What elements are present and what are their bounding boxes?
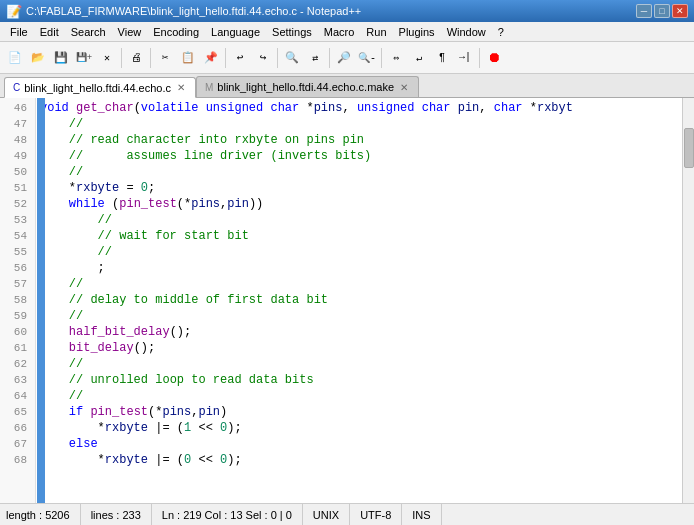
toolbar-save[interactable]: 💾 [50, 47, 72, 69]
line-number: 58 [4, 292, 31, 308]
code-line: // [40, 116, 678, 132]
line-number: 55 [4, 244, 31, 260]
menu-settings[interactable]: Settings [266, 24, 318, 40]
line-number: 47 [4, 116, 31, 132]
code-line: // delay to middle of first data bit [40, 292, 678, 308]
tab-close-0[interactable]: ✕ [175, 82, 187, 94]
code-line: // [40, 356, 678, 372]
menu-encoding[interactable]: Encoding [147, 24, 205, 40]
toolbar-open[interactable]: 📂 [27, 47, 49, 69]
status-position: Ln : 219 Col : 13 Sel : 0 | 0 [152, 504, 303, 525]
tab-label-1: blink_light_hello.ftdi.44.echo.c.make [217, 81, 394, 93]
code-line: else [40, 436, 678, 452]
line-number: 57 [4, 276, 31, 292]
toolbar-redo[interactable]: ↪ [252, 47, 274, 69]
menu-view[interactable]: View [112, 24, 148, 40]
line-number: 63 [4, 372, 31, 388]
menu-language[interactable]: Language [205, 24, 266, 40]
menu-plugins[interactable]: Plugins [393, 24, 441, 40]
toolbar-zoom-in[interactable]: 🔎 [333, 47, 355, 69]
menu-run[interactable]: Run [360, 24, 392, 40]
code-line: if pin_test(*pins,pin) [40, 404, 678, 420]
vertical-scrollbar[interactable] [682, 98, 694, 503]
window-title: C:\FABLAB_FIRMWARE\blink_light_hello.ftd… [26, 5, 361, 17]
code-container: 4647484950515253545556575859606162636465… [0, 98, 694, 503]
left-indicator [37, 98, 45, 503]
toolbar-print[interactable]: 🖨 [125, 47, 147, 69]
toolbar-sep-5 [329, 48, 330, 68]
code-line: // [40, 164, 678, 180]
line-number: 68 [4, 452, 31, 468]
status-lines: lines : 233 [81, 504, 152, 525]
code-line: // [40, 388, 678, 404]
close-button[interactable]: ✕ [672, 4, 688, 18]
code-line: *rxbyte |= (1 << 0); [40, 420, 678, 436]
title-bar-controls[interactable]: ─ □ ✕ [636, 4, 688, 18]
menu-window[interactable]: Window [441, 24, 492, 40]
line-number: 50 [4, 164, 31, 180]
minimize-button[interactable]: ─ [636, 4, 652, 18]
toolbar-all-chars[interactable]: ¶ [431, 47, 453, 69]
line-number: 59 [4, 308, 31, 324]
toolbar-undo[interactable]: ↩ [229, 47, 251, 69]
line-number: 48 [4, 132, 31, 148]
title-bar-left: 📝 C:\FABLAB_FIRMWARE\blink_light_hello.f… [6, 4, 361, 19]
code-line: // [40, 276, 678, 292]
code-line: while (pin_test(*pins,pin)) [40, 196, 678, 212]
toolbar-zoom-out[interactable]: 🔍- [356, 47, 378, 69]
toolbar-cut[interactable]: ✂ [154, 47, 176, 69]
toolbar-find[interactable]: 🔍 [281, 47, 303, 69]
menu-search[interactable]: Search [65, 24, 112, 40]
toolbar-copy[interactable]: 📋 [177, 47, 199, 69]
toolbar-indent[interactable]: →| [454, 47, 476, 69]
toolbar-sep-6 [381, 48, 382, 68]
tab-bar: C blink_light_hello.ftdi.44.echo.c ✕ M b… [0, 74, 694, 98]
toolbar-paste[interactable]: 📌 [200, 47, 222, 69]
code-line: // [40, 308, 678, 324]
toolbar-replace[interactable]: ⇄ [304, 47, 326, 69]
toolbar-save-all[interactable]: 💾+ [73, 47, 95, 69]
code-content[interactable]: void get_char(volatile unsigned char *pi… [36, 98, 682, 503]
status-insert-mode: INS [402, 504, 441, 525]
line-number: 62 [4, 356, 31, 372]
code-line: // [40, 244, 678, 260]
line-number: 54 [4, 228, 31, 244]
menu-help[interactable]: ? [492, 24, 510, 40]
code-line: // unrolled loop to read data bits [40, 372, 678, 388]
code-line: *rxbyte = 0; [40, 180, 678, 196]
toolbar: 📄 📂 💾 💾+ ✕ 🖨 ✂ 📋 📌 ↩ ↪ 🔍 ⇄ 🔎 🔍- ⇔ ↵ ¶ →|… [0, 42, 694, 74]
tab-0[interactable]: C blink_light_hello.ftdi.44.echo.c ✕ [4, 77, 196, 98]
line-number: 65 [4, 404, 31, 420]
code-line: *rxbyte |= (0 << 0); [40, 452, 678, 468]
menu-bar: File Edit Search View Encoding Language … [0, 22, 694, 42]
status-bar: length : 5206 lines : 233 Ln : 219 Col :… [0, 503, 694, 525]
toolbar-macro-record[interactable]: ⏺ [483, 47, 505, 69]
tab-1[interactable]: M blink_light_hello.ftdi.44.echo.c.make … [196, 76, 419, 97]
app-icon: 📝 [6, 4, 22, 19]
code-line: // [40, 212, 678, 228]
status-line-ending: UNIX [303, 504, 350, 525]
code-line: // assumes line driver (inverts bits) [40, 148, 678, 164]
line-number: 52 [4, 196, 31, 212]
toolbar-close[interactable]: ✕ [96, 47, 118, 69]
line-number: 66 [4, 420, 31, 436]
code-line: void get_char(volatile unsigned char *pi… [40, 100, 678, 116]
menu-file[interactable]: File [4, 24, 34, 40]
toolbar-word-wrap[interactable]: ↵ [408, 47, 430, 69]
code-line: ; [40, 260, 678, 276]
line-number: 53 [4, 212, 31, 228]
maximize-button[interactable]: □ [654, 4, 670, 18]
scroll-thumb[interactable] [684, 128, 694, 168]
toolbar-sep-7 [479, 48, 480, 68]
toolbar-sync-scroll[interactable]: ⇔ [385, 47, 407, 69]
toolbar-new[interactable]: 📄 [4, 47, 26, 69]
line-number: 60 [4, 324, 31, 340]
menu-macro[interactable]: Macro [318, 24, 361, 40]
tab-icon-1: M [205, 82, 213, 93]
line-number: 61 [4, 340, 31, 356]
line-number: 56 [4, 260, 31, 276]
tab-label-0: blink_light_hello.ftdi.44.echo.c [24, 82, 171, 94]
code-line: bit_delay(); [40, 340, 678, 356]
tab-close-1[interactable]: ✕ [398, 81, 410, 93]
menu-edit[interactable]: Edit [34, 24, 65, 40]
